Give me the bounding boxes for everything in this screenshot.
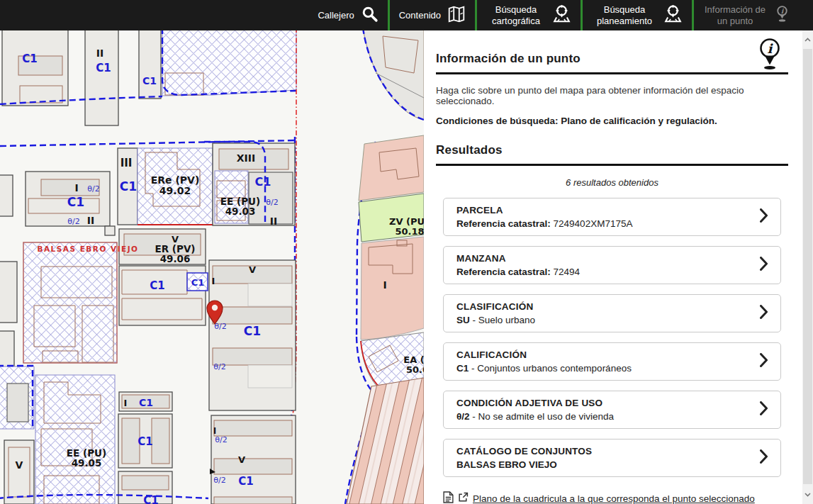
map-label: 50.18 [395, 226, 424, 237]
result-card-condicion-uso[interactable]: CONDICIÓN ADJETIVA DE USO θ/2 - No se ad… [443, 391, 781, 429]
card-value: Referencia catastral: 72494 [456, 267, 580, 277]
map-label: XIII [237, 152, 255, 164]
svg-text:i: i [781, 7, 785, 15]
card-value: C1 - Conjuntos urbanos contemporáneos [456, 363, 632, 374]
map-hatch-zone-balsas [23, 242, 117, 363]
grid-plan-link-row: Plano de la cuadricula a la que correspo… [443, 491, 788, 504]
external-link-icon [458, 492, 469, 504]
map-label: C1 [238, 475, 253, 488]
panel-title: Información de un punto [436, 52, 788, 74]
map-label: 49.06 [160, 253, 191, 264]
chevron-right-icon [760, 353, 768, 370]
map-pin-search-icon [663, 4, 683, 26]
map-label: II [270, 215, 277, 227]
top-nav: Callejero Contenido Búsqueda cartográfic… [0, 0, 813, 30]
map-label: 50.0 [406, 364, 424, 375]
map-label: C1 [150, 279, 164, 292]
map-label: ERe (PV) [151, 174, 200, 186]
map-viewport[interactable]: C1IIC1C1IIIC1ERe (PV)49.02XIIIC1EE (PU)4… [0, 30, 424, 504]
map-label: θ/2 [87, 184, 99, 194]
card-title: CALIFICACIÓN [456, 349, 632, 360]
panel-description: Haga clic sobre un punto del mapa para o… [436, 85, 788, 106]
card-value: BALSAS EBRO VIEJO [456, 459, 592, 470]
map-label: I [124, 398, 128, 408]
grid-plan-link[interactable]: Plano de la cuadricula a la que correspo… [473, 493, 755, 504]
result-card-manzana[interactable]: MANZANA Referencia catastral: 72494 [443, 246, 781, 284]
map-label: θ/2 [67, 217, 79, 226]
results-heading: Resultados [436, 143, 788, 166]
magnifier-icon [361, 5, 379, 26]
search-conditions: Condiciones de búsqueda: Plano de califi… [436, 116, 788, 126]
map-hatch-zone-top [162, 30, 296, 96]
map-label: C1 [191, 277, 205, 288]
nav-label: Búsqueda planeamiento [592, 4, 657, 26]
map-label: θ/2 [213, 476, 225, 485]
map-label: V [16, 459, 23, 471]
map-label: C1 [96, 62, 111, 74]
scroll-down-arrow[interactable] [802, 489, 813, 500]
app-window: Callejero Contenido Búsqueda cartográfic… [0, 0, 813, 504]
result-card-catalogo[interactable]: CATÁLOGO DE CONJUNTOS BALSAS EBRO VIEJO [443, 439, 781, 477]
map-label: 49.02 [159, 185, 191, 196]
nav-item-callejero[interactable]: Callejero [308, 0, 387, 30]
map-label: θ/2 [215, 435, 227, 444]
pdf-file-icon [443, 491, 454, 504]
card-title: CLASIFICACIÓN [456, 301, 535, 312]
card-value: Referencia catastral: 7249402XM7175A [456, 218, 632, 229]
map-label: II [87, 215, 94, 226]
chevron-right-icon [760, 305, 768, 322]
info-panel: i Información de un punto Haga clic sobr… [424, 30, 802, 504]
nav-item-informacion-punto-active[interactable]: Información de un punto i [694, 0, 800, 30]
info-pin-icon: i [773, 5, 791, 26]
scrollbar-thumb[interactable] [803, 49, 812, 484]
folded-map-icon [447, 5, 466, 26]
card-value: θ/2 - No se admite el uso de vivienda [456, 411, 614, 422]
map-hatch-zone-ee4905 [35, 375, 115, 504]
map-label: C1 [22, 52, 37, 65]
info-pin-icon: i [756, 38, 784, 73]
map-label: C1 [138, 435, 152, 448]
result-card-clasificacion[interactable]: CLASIFICACIÓN SU - Suelo urbano [443, 294, 781, 332]
map-label: I [383, 279, 386, 291]
map-label: θ/2 [213, 362, 225, 371]
svg-text:i: i [768, 41, 774, 56]
map-label: 49.03 [225, 206, 256, 217]
map-label: I [212, 276, 215, 286]
map-label: C1 [142, 75, 157, 86]
map-label: C1 [143, 494, 158, 504]
map-label: I [74, 182, 78, 194]
map-label: I [213, 426, 216, 436]
map-label: C1 [244, 324, 261, 338]
nav-label: Callejero [318, 10, 354, 21]
map-label: θ/2 [266, 198, 278, 207]
chevron-right-icon [760, 208, 768, 225]
nav-label: Búsqueda cartográfica [486, 4, 546, 26]
map-blocks-middle-column [209, 260, 296, 504]
map-label: V [249, 264, 256, 275]
result-card-parcela[interactable]: PARCELA Referencia catastral: 7249402XM7… [443, 198, 781, 236]
card-value: SU - Suelo urbano [456, 315, 535, 325]
map-label: ZV (PU [389, 216, 424, 227]
map-label: EA ( [403, 354, 424, 365]
map-label: C1 [255, 175, 271, 189]
nav-item-busqueda-planeamiento[interactable]: Búsqueda planeamiento [583, 0, 692, 30]
map-label: BALSAS EBRO VIEJO [37, 245, 138, 253]
map-label: C1 [120, 179, 137, 194]
nav-item-contenido[interactable]: Contenido [390, 0, 475, 30]
card-title: MANZANA [456, 253, 580, 264]
nav-label: Contenido [399, 10, 441, 21]
results-count: 6 resultados obtenidos [436, 177, 788, 188]
result-card-calificacion[interactable]: CALIFICACIÓN C1 - Conjuntos urbanos cont… [443, 342, 781, 381]
map-label: V [238, 454, 245, 465]
card-title: CATÁLOGO DE CONJUNTOS [456, 446, 592, 457]
map-label: III [120, 157, 133, 169]
map-pin-search-icon [552, 4, 571, 26]
map-label: θ/2 [214, 322, 226, 331]
map-label: II [96, 47, 103, 59]
map-label: C1 [67, 195, 84, 209]
chevron-right-icon [760, 401, 768, 418]
panel-scrollbar[interactable] [802, 30, 813, 504]
card-title: CONDICIÓN ADJETIVA DE USO [456, 398, 614, 408]
nav-item-busqueda-cartografica[interactable]: Búsqueda cartográfica [477, 0, 581, 30]
scroll-up-arrow[interactable] [802, 34, 813, 45]
